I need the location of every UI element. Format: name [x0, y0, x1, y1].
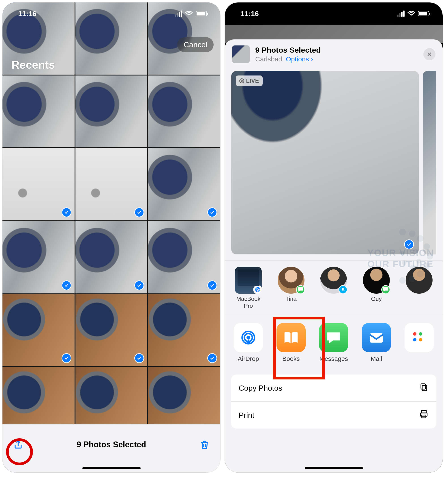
status-icons — [175, 10, 207, 18]
share-title: 9 Photos Selected — [255, 46, 418, 54]
share-app-more[interactable] — [404, 323, 435, 362]
avatar — [278, 267, 305, 294]
svg-rect-21 — [370, 333, 383, 343]
selection-count: 9 Photos Selected — [77, 440, 146, 449]
home-indicator[interactable] — [305, 467, 363, 469]
trash-button[interactable] — [198, 438, 211, 451]
contact-label: Tina — [276, 296, 307, 302]
share-app-books[interactable]: Books — [276, 323, 307, 362]
svg-rect-28 — [421, 411, 426, 413]
photo-thumbnail[interactable] — [75, 294, 148, 366]
share-app-messages[interactable]: Messages — [318, 323, 349, 362]
live-icon — [239, 78, 244, 83]
status-time: 11:16 — [18, 10, 37, 18]
action-copy[interactable]: Copy Photos — [231, 375, 436, 402]
photo-thumbnail[interactable] — [75, 148, 148, 220]
svg-rect-27 — [421, 384, 425, 389]
contact-label: MacBook Pro — [233, 296, 264, 309]
more-app-icon — [404, 323, 434, 352]
photo-grid[interactable] — [2, 2, 220, 473]
photo-thumbnail[interactable] — [2, 294, 75, 366]
app-label: Messages — [318, 355, 349, 362]
messages-app-icon — [319, 323, 348, 352]
header-thumbnail — [232, 45, 250, 63]
share-contact[interactable]: Guy — [361, 267, 392, 309]
share-app-airdrop[interactable]: AirDrop — [233, 323, 264, 362]
cellular-icon — [175, 11, 182, 17]
preview-photo[interactable]: LIVE — [231, 71, 419, 254]
status-icons — [397, 10, 429, 18]
options-button[interactable]: Options › — [286, 55, 313, 63]
selected-check-icon — [62, 280, 71, 290]
avatar — [406, 267, 433, 294]
skype-badge-icon: S — [338, 285, 348, 294]
album-title: Recents — [12, 58, 55, 71]
share-sheet: 9 Photos Selected Carlsbad Options › LIV… — [225, 39, 443, 472]
selected-check-icon — [134, 280, 144, 290]
photo-thumbnail[interactable] — [75, 75, 148, 148]
share-subtitle: Carlsbad Options › — [255, 55, 418, 63]
avatar — [235, 267, 262, 294]
app-label: Books — [276, 355, 307, 362]
photo-thumbnail[interactable] — [148, 221, 220, 293]
wifi-icon — [407, 10, 415, 18]
svg-point-25 — [419, 338, 422, 341]
wifi-icon — [185, 10, 193, 18]
selected-check-icon — [404, 239, 414, 249]
bottom-toolbar: 9 Photos Selected — [2, 424, 220, 472]
svg-point-18 — [247, 336, 250, 339]
action-label: Print — [239, 411, 254, 420]
avatar — [363, 267, 390, 294]
svg-point-22 — [413, 332, 417, 336]
action-label: Copy Photos — [239, 384, 282, 392]
photo-grid-container: Recents Cancel — [2, 2, 220, 425]
photo-thumbnail[interactable] — [148, 294, 220, 366]
battery-icon — [418, 11, 429, 16]
svg-point-23 — [419, 332, 422, 336]
close-button[interactable] — [423, 48, 436, 60]
selected-check-icon — [207, 208, 217, 217]
svg-point-15 — [257, 289, 259, 290]
home-indicator[interactable] — [82, 467, 141, 469]
share-app-mail[interactable]: Mail — [361, 323, 392, 362]
share-sheet-header: 9 Photos Selected Carlsbad Options › — [225, 39, 443, 68]
cellular-icon — [397, 11, 404, 17]
mail-app-icon — [362, 323, 391, 352]
share-contact[interactable]: MacBook Pro — [233, 267, 264, 309]
status-bar: 11:16 — [225, 2, 443, 25]
photo-thumbnail[interactable] — [75, 221, 148, 293]
status-bar: 11:16 — [2, 2, 220, 25]
share-sheet-screen: 11:16 9 Photos Selected Carlsbad Options… — [224, 2, 443, 473]
selected-check-icon — [207, 280, 217, 290]
photo-thumbnail[interactable] — [2, 221, 75, 293]
annotation-highlight-share — [6, 438, 33, 465]
share-actions-list: Copy PhotosPrint — [231, 375, 436, 428]
airdrop-badge-icon — [253, 285, 262, 294]
preview-photo-next[interactable] — [423, 71, 436, 254]
books-app-icon — [276, 323, 306, 352]
cancel-button[interactable]: Cancel — [177, 37, 214, 52]
share-contact[interactable]: Tina — [276, 267, 307, 309]
share-apps-row[interactable]: AirDropBooksMessagesMail — [225, 315, 443, 369]
airdrop-app-icon — [234, 323, 263, 352]
photo-thumbnail[interactable] — [2, 75, 75, 148]
photo-thumbnail[interactable] — [2, 148, 75, 220]
msg-badge-icon — [296, 285, 305, 294]
preview-row[interactable]: LIVE — [225, 68, 443, 260]
svg-point-24 — [413, 338, 417, 341]
copy-icon — [419, 382, 429, 394]
battery-icon — [196, 11, 207, 16]
photo-thumbnail[interactable] — [148, 148, 220, 220]
share-contact[interactable]: S — [318, 267, 349, 309]
action-print[interactable]: Print — [231, 402, 436, 428]
svg-rect-26 — [422, 385, 427, 391]
selected-check-icon — [207, 353, 217, 363]
share-contact[interactable] — [404, 267, 435, 309]
status-time: 11:16 — [240, 10, 259, 18]
selected-check-icon — [62, 208, 71, 217]
photos-picker-screen: 11:16 Recents Cancel 9 Photos Selected — [2, 2, 221, 473]
contact-label: Guy — [361, 296, 392, 302]
live-badge: LIVE — [236, 75, 263, 86]
photo-thumbnail[interactable] — [148, 75, 220, 148]
share-contacts-row[interactable]: MacBook ProTinaSGuy — [225, 260, 443, 315]
